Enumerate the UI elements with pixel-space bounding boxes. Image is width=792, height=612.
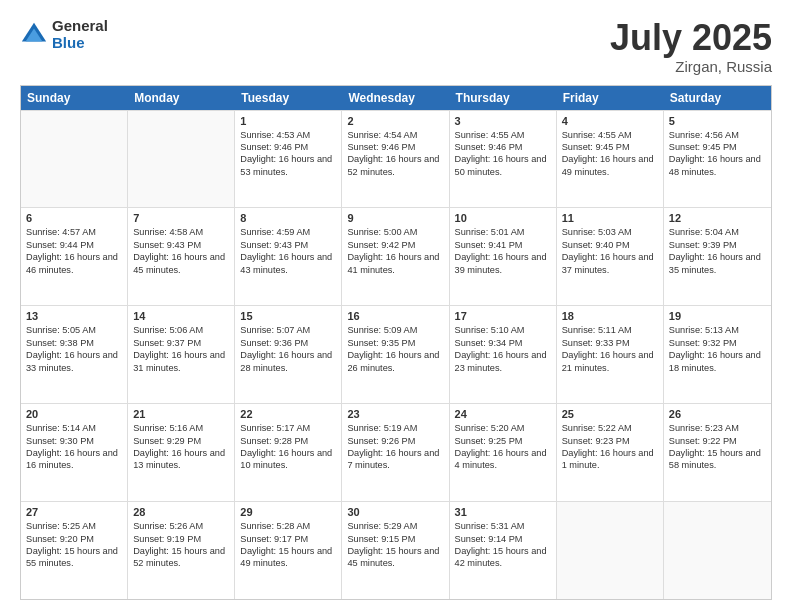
day-number: 21 (133, 408, 229, 420)
sunrise-text: Sunrise: 5:28 AM (240, 520, 336, 532)
sunrise-text: Sunrise: 5:26 AM (133, 520, 229, 532)
sunset-text: Sunset: 9:32 PM (669, 337, 766, 349)
sunset-text: Sunset: 9:46 PM (240, 141, 336, 153)
sunrise-text: Sunrise: 5:17 AM (240, 422, 336, 434)
cal-cell: 30Sunrise: 5:29 AMSunset: 9:15 PMDayligh… (342, 502, 449, 599)
daylight-text: Daylight: 15 hours and 55 minutes. (26, 545, 122, 570)
day-number: 19 (669, 310, 766, 322)
cal-cell: 5Sunrise: 4:56 AMSunset: 9:45 PMDaylight… (664, 111, 771, 208)
daylight-text: Daylight: 15 hours and 49 minutes. (240, 545, 336, 570)
daylight-text: Daylight: 16 hours and 37 minutes. (562, 251, 658, 276)
sunrise-text: Sunrise: 4:59 AM (240, 226, 336, 238)
cal-cell: 19Sunrise: 5:13 AMSunset: 9:32 PMDayligh… (664, 306, 771, 403)
cal-cell: 13Sunrise: 5:05 AMSunset: 9:38 PMDayligh… (21, 306, 128, 403)
cal-cell: 21Sunrise: 5:16 AMSunset: 9:29 PMDayligh… (128, 404, 235, 501)
day-number: 30 (347, 506, 443, 518)
sunset-text: Sunset: 9:33 PM (562, 337, 658, 349)
day-number: 23 (347, 408, 443, 420)
sunrise-text: Sunrise: 4:55 AM (562, 129, 658, 141)
day-number: 9 (347, 212, 443, 224)
cal-row-2: 6Sunrise: 4:57 AMSunset: 9:44 PMDaylight… (21, 207, 771, 305)
sunrise-text: Sunrise: 5:31 AM (455, 520, 551, 532)
cal-cell (557, 502, 664, 599)
sunset-text: Sunset: 9:43 PM (133, 239, 229, 251)
sunrise-text: Sunrise: 5:22 AM (562, 422, 658, 434)
cal-cell: 6Sunrise: 4:57 AMSunset: 9:44 PMDaylight… (21, 208, 128, 305)
page: General Blue July 2025 Zirgan, Russia Su… (0, 0, 792, 612)
cal-cell: 3Sunrise: 4:55 AMSunset: 9:46 PMDaylight… (450, 111, 557, 208)
day-number: 18 (562, 310, 658, 322)
sunset-text: Sunset: 9:36 PM (240, 337, 336, 349)
cal-row-3: 13Sunrise: 5:05 AMSunset: 9:38 PMDayligh… (21, 305, 771, 403)
day-number: 27 (26, 506, 122, 518)
day-number: 1 (240, 115, 336, 127)
sunset-text: Sunset: 9:34 PM (455, 337, 551, 349)
daylight-text: Daylight: 15 hours and 45 minutes. (347, 545, 443, 570)
calendar-header: SundayMondayTuesdayWednesdayThursdayFrid… (21, 86, 771, 110)
header-day-monday: Monday (128, 86, 235, 110)
daylight-text: Daylight: 16 hours and 31 minutes. (133, 349, 229, 374)
day-number: 24 (455, 408, 551, 420)
day-number: 10 (455, 212, 551, 224)
logo-text: General Blue (52, 18, 108, 51)
sunrise-text: Sunrise: 5:01 AM (455, 226, 551, 238)
daylight-text: Daylight: 16 hours and 33 minutes. (26, 349, 122, 374)
sunset-text: Sunset: 9:45 PM (669, 141, 766, 153)
day-number: 14 (133, 310, 229, 322)
daylight-text: Daylight: 16 hours and 18 minutes. (669, 349, 766, 374)
sunrise-text: Sunrise: 5:13 AM (669, 324, 766, 336)
sunset-text: Sunset: 9:17 PM (240, 533, 336, 545)
day-number: 31 (455, 506, 551, 518)
day-number: 17 (455, 310, 551, 322)
sunset-text: Sunset: 9:30 PM (26, 435, 122, 447)
day-number: 20 (26, 408, 122, 420)
day-number: 7 (133, 212, 229, 224)
title-month: July 2025 (610, 18, 772, 58)
cal-cell: 24Sunrise: 5:20 AMSunset: 9:25 PMDayligh… (450, 404, 557, 501)
sunrise-text: Sunrise: 5:07 AM (240, 324, 336, 336)
sunrise-text: Sunrise: 4:55 AM (455, 129, 551, 141)
sunset-text: Sunset: 9:38 PM (26, 337, 122, 349)
daylight-text: Daylight: 16 hours and 4 minutes. (455, 447, 551, 472)
cal-row-5: 27Sunrise: 5:25 AMSunset: 9:20 PMDayligh… (21, 501, 771, 599)
sunset-text: Sunset: 9:25 PM (455, 435, 551, 447)
day-number: 26 (669, 408, 766, 420)
day-number: 5 (669, 115, 766, 127)
cal-cell: 18Sunrise: 5:11 AMSunset: 9:33 PMDayligh… (557, 306, 664, 403)
cal-row-1: 1Sunrise: 4:53 AMSunset: 9:46 PMDaylight… (21, 110, 771, 208)
cal-cell: 27Sunrise: 5:25 AMSunset: 9:20 PMDayligh… (21, 502, 128, 599)
sunrise-text: Sunrise: 4:56 AM (669, 129, 766, 141)
sunrise-text: Sunrise: 5:06 AM (133, 324, 229, 336)
daylight-text: Daylight: 16 hours and 49 minutes. (562, 153, 658, 178)
daylight-text: Daylight: 15 hours and 58 minutes. (669, 447, 766, 472)
daylight-text: Daylight: 16 hours and 23 minutes. (455, 349, 551, 374)
daylight-text: Daylight: 16 hours and 52 minutes. (347, 153, 443, 178)
daylight-text: Daylight: 16 hours and 26 minutes. (347, 349, 443, 374)
cal-cell: 14Sunrise: 5:06 AMSunset: 9:37 PMDayligh… (128, 306, 235, 403)
sunrise-text: Sunrise: 5:29 AM (347, 520, 443, 532)
sunset-text: Sunset: 9:37 PM (133, 337, 229, 349)
daylight-text: Daylight: 16 hours and 53 minutes. (240, 153, 336, 178)
header-day-thursday: Thursday (450, 86, 557, 110)
sunset-text: Sunset: 9:46 PM (347, 141, 443, 153)
cal-cell: 10Sunrise: 5:01 AMSunset: 9:41 PMDayligh… (450, 208, 557, 305)
cal-row-4: 20Sunrise: 5:14 AMSunset: 9:30 PMDayligh… (21, 403, 771, 501)
sunrise-text: Sunrise: 5:14 AM (26, 422, 122, 434)
sunrise-text: Sunrise: 5:11 AM (562, 324, 658, 336)
cal-cell: 1Sunrise: 4:53 AMSunset: 9:46 PMDaylight… (235, 111, 342, 208)
day-number: 12 (669, 212, 766, 224)
sunrise-text: Sunrise: 5:16 AM (133, 422, 229, 434)
sunrise-text: Sunrise: 5:04 AM (669, 226, 766, 238)
cal-cell: 12Sunrise: 5:04 AMSunset: 9:39 PMDayligh… (664, 208, 771, 305)
header: General Blue July 2025 Zirgan, Russia (20, 18, 772, 75)
day-number: 4 (562, 115, 658, 127)
cal-cell: 11Sunrise: 5:03 AMSunset: 9:40 PMDayligh… (557, 208, 664, 305)
cal-cell (664, 502, 771, 599)
day-number: 11 (562, 212, 658, 224)
daylight-text: Daylight: 16 hours and 50 minutes. (455, 153, 551, 178)
title-location: Zirgan, Russia (610, 58, 772, 75)
day-number: 15 (240, 310, 336, 322)
sunset-text: Sunset: 9:15 PM (347, 533, 443, 545)
daylight-text: Daylight: 16 hours and 21 minutes. (562, 349, 658, 374)
cal-cell: 16Sunrise: 5:09 AMSunset: 9:35 PMDayligh… (342, 306, 449, 403)
